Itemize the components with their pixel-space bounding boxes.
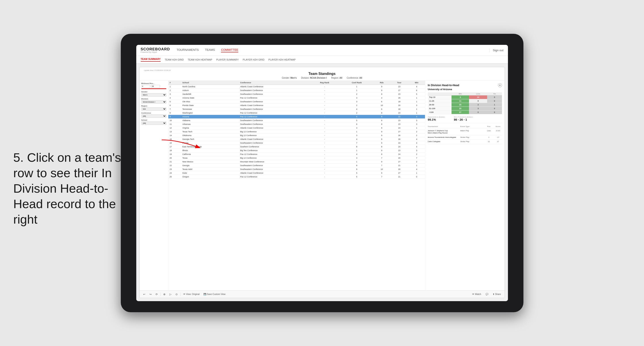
filter-min-rounds-label: Minimum Rou... xyxy=(141,82,166,84)
sub-nav-team-h2h-heatmap[interactable]: TEAM H2H HEATMAP xyxy=(188,58,212,61)
annotation-arrow xyxy=(160,138,204,152)
h2h-row: 51-1002030 xyxy=(428,107,502,111)
sub-nav-team-summary[interactable]: TEAM SUMMARY xyxy=(141,58,161,62)
tournaments-header: Tournament Event Type Pos Score xyxy=(428,125,502,128)
right-panel-header: In Division Head-to-Head ✕ xyxy=(428,83,502,87)
right-panel-subtitle: University of Arizona xyxy=(428,88,502,91)
bottom-toolbar: ↩ ↪ ⟳ ⊕ ▷ ⊙ 👁 View: Original 💾 xyxy=(140,290,505,298)
filter-min-rounds-slider[interactable] xyxy=(141,88,166,89)
h2h-row: 26-502521 xyxy=(428,103,502,107)
standings-table: # School Conference Reg Rank Conf Rank R… xyxy=(168,81,425,179)
panel-body: Minimum Rou... Gender Men's xyxy=(140,81,505,290)
filter-division-select[interactable]: NCAA Division I xyxy=(141,100,166,104)
filter-gender-select[interactable]: Men's xyxy=(141,93,166,97)
table-row[interactable]: 23Texas A&MSoutheastern Conference-91020… xyxy=(168,168,425,171)
toolbar-share[interactable]: ⬆ Share xyxy=(491,293,502,296)
tablet-device: SCOREBOARD Powered by clippd TOURNAMENTS… xyxy=(121,34,524,312)
toolbar-add[interactable]: ⊕ xyxy=(162,292,167,296)
table-row[interactable]: 13Texas TechBig 12 Conference-19272 xyxy=(168,130,425,134)
panel-meta: Gender: Men's Division: NCAA Division I … xyxy=(144,77,500,79)
toolbar-refresh[interactable]: ⟳ xyxy=(154,292,159,296)
table-row[interactable]: 12VirginiaAtlantic Coast Conference-3824… xyxy=(168,126,425,130)
h2h-row: Top 103130 xyxy=(428,95,502,99)
sub-nav-team-h2h-grid[interactable]: TEAM H2H GRID xyxy=(164,58,184,61)
annotation-text: 5. Click on a team's row to see their In… xyxy=(13,150,124,227)
table-row[interactable]: 14OklahomaBig 12 Conference-39262 xyxy=(168,134,425,138)
filter-min-rounds-max[interactable] xyxy=(151,85,160,88)
logo-powered: Powered by clippd xyxy=(141,51,170,53)
table-area: # School Conference Reg Rank Conf Rank R… xyxy=(168,81,425,290)
col-conf-rank: Conf Rank xyxy=(340,81,374,85)
table-row[interactable]: 22GeorgiaSoutheastern Conference-87211 xyxy=(168,164,425,168)
table-row[interactable]: 20TexasBig 12 Conference-37207 xyxy=(168,156,425,160)
table-row[interactable]: 10AlabamaSoutheastern Conference-58233 xyxy=(168,119,425,122)
filter-region-label: Region xyxy=(141,105,166,107)
sign-out[interactable]: Sign out xyxy=(490,49,504,52)
nav-teams[interactable]: TEAMS xyxy=(205,48,215,52)
toolbar-comment[interactable]: 💬 xyxy=(484,293,490,296)
filter-conference-select[interactable]: (All) xyxy=(141,114,166,118)
col-conference: Conference xyxy=(239,81,309,85)
table-row[interactable]: 5Ole MissSoutheastern Conference-36181 xyxy=(168,100,425,104)
table-row[interactable]: 2AuburnSoutheastern Conference-19276 xyxy=(168,89,425,92)
nav-committee[interactable]: COMMITTEE xyxy=(221,48,238,52)
toolbar-right: 👁 Watch 💬 ⬆ Share xyxy=(471,293,502,296)
panel-header: Update time: 27/03/2024 15:56:26 Team St… xyxy=(140,67,505,81)
tournaments-section: Tournament Event Type Pos Score Jackson … xyxy=(428,125,502,144)
filter-conference-label: Conference xyxy=(141,112,166,114)
table-row[interactable]: 19CaliforniaPac-12 Conference-48242 xyxy=(168,153,425,156)
col-rds: Rds xyxy=(373,81,390,85)
filter-min-rounds-min[interactable] xyxy=(141,85,150,88)
table-row[interactable]: 21New MexicoMountain West Conference-192… xyxy=(168,160,425,164)
tablet-screen: SCOREBOARD Powered by clippd TOURNAMENTS… xyxy=(136,45,508,301)
top-nav: SCOREBOARD Powered by clippd TOURNAMENTS… xyxy=(136,45,508,56)
table-row[interactable]: 1North CarolinaAtlantic Coast Conference… xyxy=(168,85,425,89)
tournament-row: Cabo CollegiateStroke Play1117 xyxy=(428,140,502,144)
table-row[interactable]: 25OregonPac-12 Conference-57210 xyxy=(168,175,425,179)
record-value: 86 - 26 - 1 xyxy=(454,118,502,121)
toolbar-redo[interactable]: ↪ xyxy=(148,292,153,296)
filter-school: School (All) xyxy=(141,119,166,125)
h2h-row: >1002700 xyxy=(428,111,502,114)
sub-nav: TEAM SUMMARY TEAM H2H GRID TEAM H2H HEAT… xyxy=(136,56,508,64)
h2h-table: Win Loss Tie Top 10313011-25118026-50252… xyxy=(428,92,502,114)
record-stat: W-L-T record in-division: 86 - 26 - 1 xyxy=(454,116,502,121)
toolbar-undo[interactable]: ↩ xyxy=(142,292,147,296)
table-row[interactable]: 11ArkansasSoutheastern Conference-68233 xyxy=(168,122,425,126)
filter-division: Division NCAA Division I xyxy=(141,98,166,104)
opponents-pct: Opponents in division: 99.1% xyxy=(428,116,452,121)
sub-nav-player-h2h-grid[interactable]: PLAYER H2H GRID xyxy=(243,58,264,61)
toolbar-divider-2 xyxy=(180,293,180,296)
toolbar-watch[interactable]: 👁 Watch xyxy=(471,293,482,296)
panel-container: Update time: 27/03/2024 15:56:26 Team St… xyxy=(139,67,505,298)
table-row[interactable]: 24DukeAtlantic Coast Conference-59271 xyxy=(168,171,425,175)
table-row[interactable]: 7TennesseeSoutheastern Conference-46181 xyxy=(168,107,425,111)
sub-nav-player-summary[interactable]: PLAYER SUMMARY xyxy=(216,58,239,61)
table-row[interactable]: 3VanderbiltSoutheastern Conference-28235 xyxy=(168,92,425,96)
col-reg-rank: Reg Rank xyxy=(309,81,340,85)
toolbar-settings[interactable]: ⊙ xyxy=(174,292,179,296)
filter-region-select[interactable]: N/A xyxy=(141,107,166,111)
table-row[interactable]: 4Arizona StatePac-12 Conference-34261 xyxy=(168,96,425,100)
table-row[interactable]: 16FloridaSoutheastern Conference-79244 xyxy=(168,141,425,145)
opponents-value: 99.1% xyxy=(428,118,452,121)
table-row[interactable]: 17East Tennessee StateSouthern Conferenc… xyxy=(168,145,425,149)
toolbar-view-original[interactable]: 👁 View: Original xyxy=(182,293,201,296)
logo-scoreboard: SCOREBOARD xyxy=(141,47,170,51)
sub-nav-player-h2h-heatmap[interactable]: PLAYER H2H HEATMAP xyxy=(268,58,296,61)
col-tour: Tour xyxy=(390,81,408,85)
toolbar-save-custom[interactable]: 💾 Save Custom View xyxy=(202,293,227,296)
main-body: Update time: 27/03/2024 15:56:26 Team St… xyxy=(136,64,508,301)
filter-school-select[interactable]: (All) xyxy=(141,122,166,125)
top-nav-links: TOURNAMENTS TEAMS COMMITTEE xyxy=(176,48,490,52)
table-row[interactable]: 9ArizonaPac-12 Conference-58223 xyxy=(168,115,425,119)
toolbar-play[interactable]: ▷ xyxy=(168,292,173,296)
table-row[interactable]: 6Florida StateAtlantic Coast Conference-… xyxy=(168,104,425,107)
tournament-row: Jackson T. Stephens Cup Men's Match-Play… xyxy=(428,129,502,136)
nav-tournaments[interactable]: TOURNAMENTS xyxy=(176,48,199,52)
table-row[interactable]: 18IllinoisBig Ten Conference-19233 xyxy=(168,149,425,153)
close-button[interactable]: ✕ xyxy=(498,83,502,87)
table-row[interactable]: 15Georgia TechAtlantic Coast Conference-… xyxy=(168,138,425,141)
filter-gender-label: Gender xyxy=(141,91,166,93)
table-row[interactable]: 8WashingtonPac-12 Conference-28231 xyxy=(168,111,425,115)
